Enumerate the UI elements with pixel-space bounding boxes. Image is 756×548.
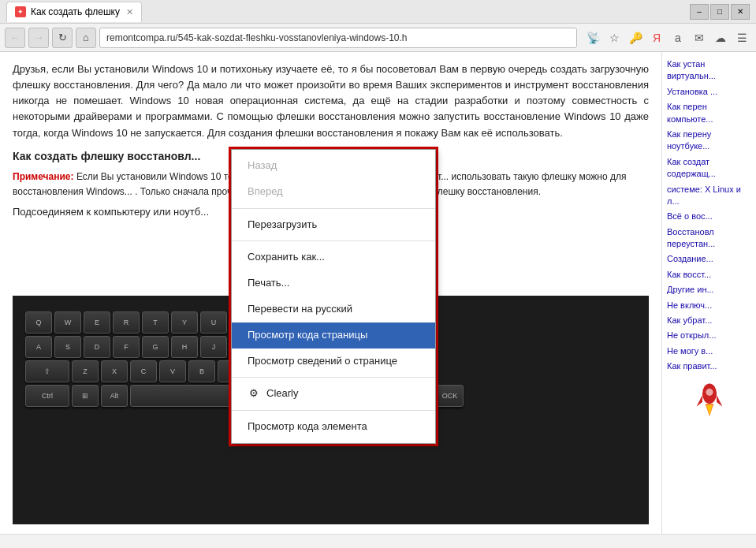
sidebar-link-8[interactable]: Создание... [667, 253, 751, 265]
forward-button[interactable]: → [28, 28, 49, 48]
window-controls: – □ ✕ [690, 4, 750, 20]
menu-item-saveas-label: Сохранить как... [248, 249, 325, 266]
key-d: D [84, 336, 110, 358]
clearly-icon: ⚙ [248, 388, 260, 401]
key-f: F [113, 336, 140, 358]
rss-icon[interactable]: 📡 [583, 28, 602, 47]
menu-item-pageinfo[interactable]: Просмотр сведений о странице [232, 349, 435, 375]
refresh-button[interactable]: ↻ [52, 28, 73, 48]
back-button[interactable]: ← [5, 28, 25, 48]
key-q: Q [25, 311, 52, 334]
key-h: H [171, 336, 198, 358]
context-menu-border: Назад Вперед Перезагрузить Сохранить как… [229, 147, 438, 446]
menu-item-inspect-label: Просмотр кода элемента [248, 419, 367, 435]
url-text: remontcompa.ru/545-kak-sozdat-fleshku-vo… [106, 32, 408, 43]
menu-item-clearly[interactable]: ⚙ Clearly [232, 381, 435, 407]
key-t: T [142, 311, 169, 334]
close-button[interactable]: ✕ [731, 4, 750, 20]
key-a: A [25, 336, 52, 358]
key-w: W [54, 311, 81, 334]
menu-item-back-label: Назад [248, 158, 277, 174]
key-u: U [200, 311, 227, 334]
key-alt: Alt [101, 385, 128, 407]
menu-item-reload[interactable]: Перезагрузить [232, 212, 435, 238]
sidebar-link-3[interactable]: Как перену ноутбуке... [667, 129, 751, 153]
key-y: Y [171, 311, 198, 334]
key-win: ⊞ [72, 385, 99, 407]
key-e: E [84, 311, 110, 334]
sidebar-link-12[interactable]: Как убрат... [667, 315, 751, 326]
minimize-button[interactable]: – [690, 4, 709, 20]
article-area: Друзья, если Вы установили Windows 10 и … [0, 52, 661, 534]
maximize-button[interactable]: □ [710, 4, 729, 20]
yandex-icon[interactable]: Я [647, 28, 666, 47]
sidebar-link-7[interactable]: Восстановл переустан... [667, 226, 751, 251]
svg-marker-1 [696, 395, 702, 407]
status-bar [0, 534, 756, 548]
svg-marker-2 [717, 395, 722, 407]
sidebar-link-5[interactable]: системе: X Linux и л... [667, 184, 751, 208]
key-s: S [54, 336, 81, 358]
menu-item-viewsource[interactable]: Просмотр кода страницы [232, 322, 435, 349]
mail-icon[interactable]: ✉ [690, 28, 709, 47]
article-intro: Друзья, если Вы установили Windows 10 и … [13, 62, 649, 141]
key-j: J [200, 336, 227, 358]
menu-icon[interactable]: ☰ [732, 28, 751, 47]
context-menu: Назад Вперед Перезагрузить Сохранить как… [231, 149, 436, 444]
key-c: C [130, 360, 157, 382]
menu-item-viewsource-label: Просмотр кода страницы [248, 327, 367, 344]
key-shift-left: ⇧ [25, 360, 69, 382]
navbar: ← → ↻ ⌂ remontcompa.ru/545-kak-sozdat-fl… [0, 24, 756, 52]
tab-close-button[interactable]: ✕ [126, 7, 133, 17]
sidebar: Как устан виртуальн... Установка ... Как… [661, 52, 756, 534]
sidebar-link-10[interactable]: Другие ин... [667, 284, 751, 296]
menu-item-print-label: Печать... [248, 275, 289, 292]
menu-item-saveas[interactable]: Сохранить как... [232, 244, 435, 270]
tab-favicon: ✦ [15, 6, 26, 17]
sidebar-link-2[interactable]: Как перен компьюте... [667, 101, 751, 125]
cloud-icon[interactable]: ☁ [711, 28, 730, 47]
menu-item-pageinfo-label: Просмотр сведений о странице [248, 353, 397, 370]
key-ock: OCK [437, 385, 464, 407]
key-v: V [159, 360, 186, 382]
address-bar[interactable]: remontcompa.ru/545-kak-sozdat-fleshku-vo… [99, 28, 577, 48]
avast-icon[interactable]: a [668, 28, 687, 47]
menu-item-reload-label: Перезагрузить [248, 217, 317, 233]
menu-separator-3 [232, 377, 435, 378]
menu-item-translate-label: Перевести на русский [248, 301, 352, 318]
star-icon[interactable]: ☆ [605, 28, 624, 47]
titlebar: ✦ Как создать флешку ✕ – □ ✕ [0, 0, 756, 24]
sidebar-rocket-icon [694, 379, 725, 419]
menu-item-back[interactable]: Назад [232, 153, 435, 179]
nav-icons: 📡 ☆ 🔑 Я a ✉ ☁ ☰ [583, 28, 751, 47]
key-r: R [113, 311, 140, 334]
browser-tab[interactable]: ✦ Как создать флешку ✕ [6, 2, 142, 22]
sidebar-link-15[interactable]: Как правит... [667, 360, 751, 372]
sidebar-link-11[interactable]: Не включ... [667, 300, 751, 311]
sidebar-link-13[interactable]: Не открыл... [667, 330, 751, 341]
svg-point-3 [706, 388, 713, 395]
home-button[interactable]: ⌂ [76, 28, 96, 48]
menu-separator-2 [232, 240, 435, 241]
context-menu-overlay: Назад Вперед Перезагрузить Сохранить как… [229, 147, 438, 446]
sidebar-link-4[interactable]: Как создат содержащ... [667, 156, 751, 181]
sidebar-link-14[interactable]: Не могу в... [667, 345, 751, 357]
menu-separator-4 [232, 410, 435, 411]
key-b: B [188, 360, 215, 382]
menu-item-forward-label: Вперед [248, 184, 283, 200]
key-x: X [101, 360, 128, 382]
menu-item-print[interactable]: Печать... [232, 270, 435, 296]
sidebar-link-0[interactable]: Как устан виртуальн... [667, 58, 751, 83]
menu-item-translate[interactable]: Перевести на русский [232, 296, 435, 322]
key-icon[interactable]: 🔑 [626, 28, 645, 47]
key-ctrl: Ctrl [25, 385, 69, 407]
note-label: Примечание: [13, 171, 74, 182]
key-z: Z [72, 360, 99, 382]
menu-item-forward[interactable]: Вперед [232, 179, 435, 205]
sidebar-link-1[interactable]: Установка ... [667, 86, 751, 98]
menu-separator-1 [232, 208, 435, 209]
tab-title: Как создать флешку [31, 6, 120, 17]
sidebar-link-6[interactable]: Всё о вос... [667, 211, 751, 222]
menu-item-inspect[interactable]: Просмотр кода элемента [232, 414, 435, 440]
sidebar-link-9[interactable]: Как восст... [667, 269, 751, 281]
